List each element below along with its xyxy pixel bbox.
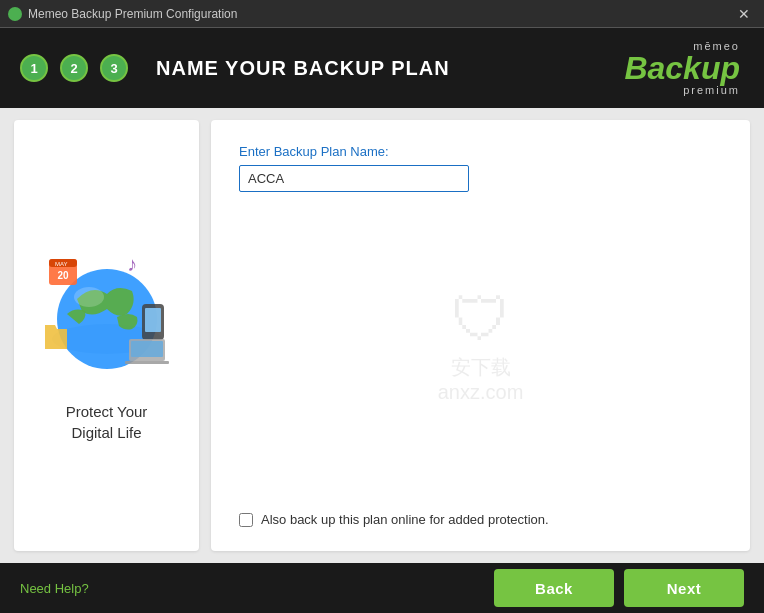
title-bar: Memeo Backup Premium Configuration ✕ [0,0,764,28]
svg-rect-11 [131,341,163,357]
watermark-inner: 🛡 安下载anxz.com [438,285,524,404]
online-backup-checkbox[interactable] [239,513,253,527]
protect-text: Protect Your Digital Life [66,401,148,443]
step-1-circle: 1 [20,54,48,82]
watermark-area: 🛡 安下载anxz.com [239,192,722,496]
svg-text:♪: ♪ [127,253,137,275]
input-label: Enter Backup Plan Name: [239,144,722,159]
svg-text:MAY: MAY [55,261,68,267]
page-title: NAME YOUR BACKUP PLAN [156,57,450,80]
title-bar-text: Memeo Backup Premium Configuration [28,7,237,21]
close-button[interactable]: ✕ [732,4,756,24]
online-backup-row: Also back up this plan online for added … [239,496,722,527]
header-left: 1 2 3 NAME YOUR BACKUP PLAN [20,54,450,82]
footer-buttons: Back Next [494,569,744,607]
header: 1 2 3 NAME YOUR BACKUP PLAN mēmeo Backup… [0,28,764,108]
backup-text: Backup [624,52,740,84]
svg-rect-12 [125,361,169,364]
brand-logo: mēmeo Backup premium [624,40,740,96]
left-panel: 20 MAY ♪ Protect Your Digital Life [14,120,199,551]
back-button[interactable]: Back [494,569,614,607]
need-help-link[interactable]: Need Help? [20,581,89,596]
watermark-text: 安下载anxz.com [438,354,524,404]
watermark-shield-icon: 🛡 [438,285,524,354]
main-content: 20 MAY ♪ Protect Your Digital Life Enter… [0,108,764,563]
right-panel: Enter Backup Plan Name: 🛡 安下载anxz.com Al… [211,120,750,551]
svg-point-2 [74,287,104,307]
app-icon [8,7,22,21]
step-2-circle: 2 [60,54,88,82]
svg-text:20: 20 [57,270,69,281]
step-3-circle: 3 [100,54,128,82]
online-backup-label: Also back up this plan online for added … [261,512,549,527]
next-button[interactable]: Next [624,569,744,607]
title-bar-left: Memeo Backup Premium Configuration [8,7,237,21]
backup-name-input[interactable] [239,165,469,192]
footer: Need Help? Back Next [0,563,764,613]
svg-rect-9 [145,308,161,332]
globe-illustration: 20 MAY ♪ [37,229,177,389]
